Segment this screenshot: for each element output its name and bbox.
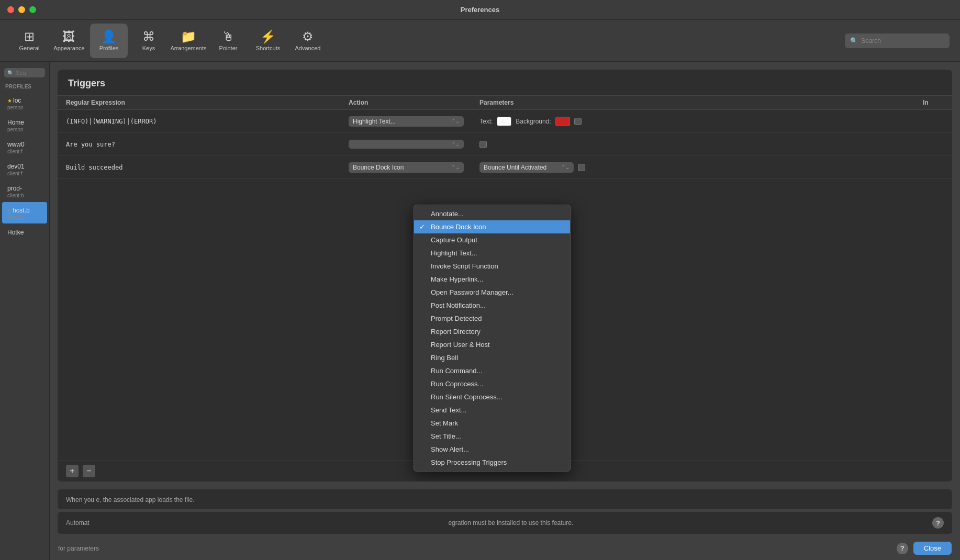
sidebar-item-hostb[interactable]: host.b client:b — [2, 202, 47, 223]
col-inst: In — [923, 99, 944, 106]
sidebar-item-hotkey[interactable]: Hotke — [2, 224, 47, 240]
automat-panel: Automat egration must be installed to us… — [58, 512, 952, 534]
dropdown-item-prompt[interactable]: Prompt Detected — [414, 312, 570, 325]
toolbar-item-keys[interactable]: ⌘ Keys — [130, 24, 168, 58]
profile-name: host.b — [13, 207, 30, 214]
toolbar-label-profiles: Profiles — [99, 45, 119, 51]
table-row: Are you sure? ⌃⌄ — [58, 133, 952, 156]
automat-text: Automat — [66, 519, 90, 527]
sidebar-search-icon: 🔍 — [7, 70, 14, 76]
add-trigger-button[interactable]: + — [66, 465, 79, 477]
sidebar-search[interactable]: 🔍 — [4, 68, 45, 77]
sidebar-item-prod[interactable]: prod- client:b — [2, 180, 47, 201]
text-label: Text: — [479, 118, 493, 125]
integration-text: egration must be installed to use this f… — [448, 519, 573, 527]
dropdown-item-runcommand[interactable]: Run Command... — [414, 364, 570, 377]
dropdown-item-setmark[interactable]: Set Mark — [414, 417, 570, 430]
maximize-button[interactable] — [29, 6, 36, 13]
dropdown-item-coprocess[interactable]: Run Coprocess... — [414, 377, 570, 390]
window-title: Preferences — [461, 6, 499, 14]
dropdown-item-directory[interactable]: Report Directory — [414, 325, 570, 338]
minimize-button[interactable] — [18, 6, 25, 13]
inst-checkbox-1[interactable] — [574, 118, 582, 125]
profile-subtitle: client:f — [7, 149, 42, 154]
toolbar-item-profiles[interactable]: 👤 Profiles — [90, 24, 128, 58]
close-button[interactable]: Close — [913, 542, 952, 555]
profile-name: www0 — [7, 141, 25, 148]
action-selector[interactable]: Highlight Text... ⌃⌄ — [349, 116, 464, 127]
params-cell: Text: Background: — [479, 117, 944, 126]
profile-subtitle: person — [7, 105, 42, 110]
toolbar-item-advanced[interactable]: ⚙ Advanced — [289, 24, 327, 58]
dropdown-item-silentcoprocess[interactable]: Run Silent Coprocess... — [414, 390, 570, 404]
toolbar-item-general[interactable]: ⊞ General — [10, 24, 48, 58]
sidebar-item-dev01[interactable]: dev01 client:f — [2, 158, 47, 180]
close-button[interactable] — [7, 6, 14, 13]
dropdown-item-highlight[interactable]: Highlight Text... — [414, 247, 570, 260]
profiles-icon: 👤 — [101, 30, 117, 43]
profile-name: Hotke — [7, 229, 24, 236]
action-dropdown: Annotate...Bounce Dock IconCapture Outpu… — [414, 205, 571, 472]
params-cell — [479, 141, 944, 148]
action-selector[interactable]: Bounce Dock Icon ⌃⌄ — [349, 162, 464, 173]
text-color-swatch[interactable] — [497, 117, 511, 126]
toolbar-item-arrangements[interactable]: 📁 Arrangements — [170, 24, 207, 58]
action-label: Highlight Text... — [353, 118, 396, 125]
col-action: Action — [349, 99, 479, 106]
toolbar-item-shortcuts[interactable]: ⚡ Shortcuts — [249, 24, 287, 58]
dropdown-item-hyperlink[interactable]: Make Hyperlink... — [414, 273, 570, 286]
search-input[interactable] — [861, 37, 944, 44]
sidebar-item-home[interactable]: Home person — [2, 114, 47, 136]
bounce-label: Bounce Until Activated — [484, 164, 546, 171]
dropdown-item-notification[interactable]: Post Notification... — [414, 299, 570, 312]
profile-subtitle: client:f — [7, 171, 42, 176]
remove-trigger-button[interactable]: − — [83, 465, 95, 477]
titlebar: Preferences — [0, 0, 960, 20]
sidebar-profiles: ★loc personHome personwww0 client:fdev01… — [0, 92, 49, 240]
dropdown-item-bounce[interactable]: Bounce Dock Icon — [414, 220, 570, 233]
dropdown-item-stoptriggers[interactable]: Stop Processing Triggers — [414, 456, 570, 469]
associated-text: e, the associated app loads the file. — [96, 496, 194, 503]
sidebar-item-www[interactable]: www0 client:f — [2, 136, 47, 158]
regex-cell: Are you sure? — [66, 141, 349, 148]
hint-text: for parameters — [58, 545, 891, 552]
toolbar-search[interactable]: 🔍 — [845, 33, 950, 48]
inst-checkbox-3[interactable] — [578, 164, 585, 171]
dropdown-item-userhost[interactable]: Report User & Host — [414, 338, 570, 351]
sidebar-search-input[interactable] — [16, 70, 42, 76]
sidebar: 🔍 Profiles ★loc personHome personwww0 cl… — [0, 62, 50, 560]
dropdown-item-ringbell[interactable]: Ring Bell — [414, 351, 570, 364]
toolbar-item-pointer[interactable]: 🖱 Pointer — [209, 24, 247, 58]
toolbar-label-pointer: Pointer — [219, 45, 238, 51]
help-button[interactable]: ? — [932, 517, 944, 529]
star-icon: ★ — [7, 98, 12, 104]
triggers-title: Triggers — [58, 70, 952, 96]
search-icon: 🔍 — [850, 37, 858, 44]
params-help-button[interactable]: ? — [897, 543, 908, 554]
dropdown-item-capture[interactable]: Capture Output — [414, 233, 570, 247]
profile-subtitle: person — [7, 127, 42, 132]
action-selector[interactable]: ⌃⌄ — [349, 140, 464, 149]
inst-checkbox-2[interactable] — [479, 141, 487, 148]
action-cell: ⌃⌄ — [349, 140, 479, 149]
bounce-selector[interactable]: Bounce Until Activated ⌃⌄ — [479, 162, 574, 173]
col-regex: Regular Expression — [66, 99, 349, 106]
sidebar-item-localhost[interactable]: ★loc person — [2, 92, 47, 114]
bottom-actions: for parameters ? Close — [50, 536, 960, 560]
dropdown-item-settitle[interactable]: Set Title... — [414, 430, 570, 443]
table-row: (INFO)|(WARNING)|(ERROR) Highlight Text.… — [58, 110, 952, 133]
bg-color-swatch[interactable] — [555, 117, 570, 126]
profile-name: Home — [7, 119, 24, 126]
dropdown-item-password[interactable]: Open Password Manager... — [414, 286, 570, 299]
toolbar-label-appearance: Appearance — [53, 45, 84, 51]
profile-name: loc — [13, 97, 21, 104]
arrangements-icon: 📁 — [181, 30, 196, 43]
chevron-icon: ⌃⌄ — [451, 118, 460, 124]
dropdown-item-invoke[interactable]: Invoke Script Function — [414, 260, 570, 273]
toolbar-item-appearance[interactable]: 🖼 Appearance — [50, 24, 88, 58]
dropdown-item-showalert[interactable]: Show Alert... — [414, 443, 570, 456]
profile-name: prod- — [7, 185, 22, 192]
dropdown-item-annotate[interactable]: Annotate... — [414, 207, 570, 220]
pointer-icon: 🖱 — [222, 30, 235, 43]
dropdown-item-sendtext[interactable]: Send Text... — [414, 404, 570, 417]
